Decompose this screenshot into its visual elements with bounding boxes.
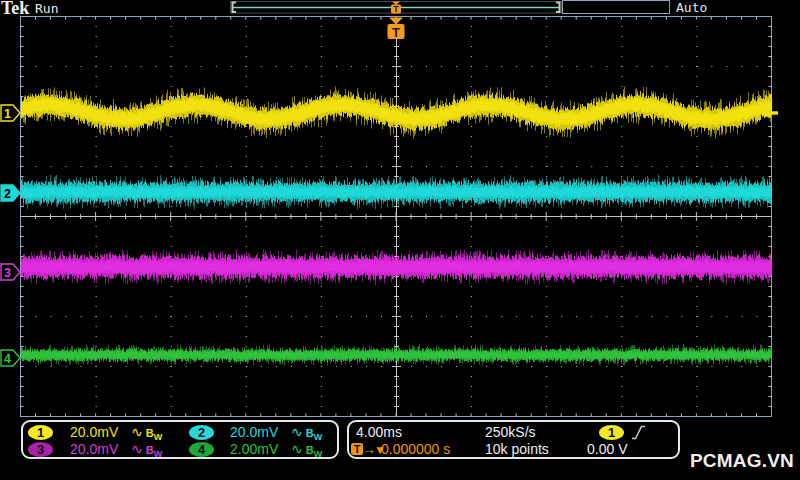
sine-wave-icon: ∿ xyxy=(131,441,143,457)
trigger-position[interactable]: 0.000000 s xyxy=(381,442,450,457)
watermark: PCMAG.VN xyxy=(690,450,794,472)
bandwidth-sub-icon: W xyxy=(154,449,163,459)
ch2-scale[interactable]: 20.0mV xyxy=(230,425,278,440)
trigger-position-arrow-icon[interactable] xyxy=(389,18,403,25)
ch3-scale[interactable]: 20.0mV xyxy=(70,442,118,457)
ch2-badge[interactable]: 2 xyxy=(189,425,214,440)
channel-readout-box: 1 20.0mV ∿BW 2 20.0mV ∿BW 3 20.0mV ∿BW 4… xyxy=(21,420,339,459)
trigger-slope-icon xyxy=(631,425,647,440)
ch4-coupling-icon: ∿BW xyxy=(291,442,322,462)
sample-rate: 250kS/s xyxy=(485,425,536,440)
ch1-scale[interactable]: 20.0mV xyxy=(70,425,118,440)
timebase-trigger-box: 4.00ms 250kS/s 1 T → ▼ 0.000000 s 10k po… xyxy=(347,420,680,459)
ch1-badge[interactable]: 1 xyxy=(28,425,53,440)
horizontal-scale[interactable]: 4.00ms xyxy=(356,425,402,440)
bandwidth-icon: B xyxy=(306,444,314,456)
record-trigger-label: T xyxy=(393,4,399,14)
bandwidth-icon: B xyxy=(146,427,154,439)
waveform-display: 1234TT xyxy=(0,0,800,480)
ch2-marker-label: 2 xyxy=(4,187,11,201)
trigger-level[interactable]: 0.00 V xyxy=(587,442,627,457)
bandwidth-sub-icon: W xyxy=(314,449,323,459)
oscilloscope-screen: Tek Run Auto 1234TT 1 20.0mV ∿BW 2 20.0m… xyxy=(0,0,800,480)
bandwidth-icon: B xyxy=(146,444,154,456)
ch4-scale[interactable]: 2.00mV xyxy=(230,442,278,457)
ch3-coupling-icon: ∿BW xyxy=(131,442,162,462)
record-length: 10k points xyxy=(485,442,549,457)
sine-wave-icon: ∿ xyxy=(291,441,303,457)
ch4-badge[interactable]: 4 xyxy=(189,442,214,457)
ch3-badge[interactable]: 3 xyxy=(28,442,53,457)
sine-wave-icon: ∿ xyxy=(131,424,143,440)
ch1-marker-label: 1 xyxy=(4,107,11,121)
message-box xyxy=(563,1,670,14)
bandwidth-icon: B xyxy=(306,427,314,439)
trigger-source-badge[interactable]: 1 xyxy=(599,425,624,440)
trigger-position-label: T xyxy=(392,25,400,40)
ch3-marker-label: 3 xyxy=(4,266,11,280)
sine-wave-icon: ∿ xyxy=(291,424,303,440)
ch4-marker-label: 4 xyxy=(4,352,11,366)
